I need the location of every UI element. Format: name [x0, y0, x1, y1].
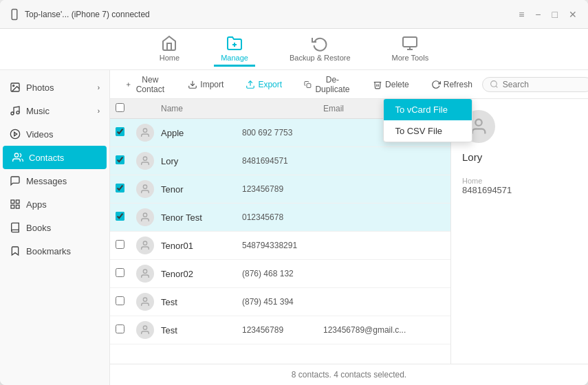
- import-button[interactable]: Import: [181, 76, 230, 93]
- sidebar-item-photos[interactable]: Photos ›: [0, 76, 109, 99]
- svg-point-33: [475, 120, 481, 126]
- row-phone: 012345678: [242, 212, 323, 222]
- sidebar-item-contacts[interactable]: Contacts: [3, 146, 107, 169]
- svg-point-9: [11, 112, 14, 115]
- row-checkbox[interactable]: [116, 155, 124, 164]
- title-bar-left: Top-lanse'... (iPhone 7) connected: [8, 8, 150, 21]
- backup-icon: [312, 35, 328, 52]
- svg-point-23: [490, 81, 497, 87]
- delete-button[interactable]: Delete: [366, 76, 416, 93]
- row-check: [116, 324, 136, 336]
- row-name: Test: [158, 325, 242, 336]
- nav-home[interactable]: Home: [153, 32, 186, 67]
- row-checkbox[interactable]: [116, 268, 124, 277]
- svg-rect-15: [16, 200, 19, 204]
- svg-point-27: [143, 185, 146, 188]
- svg-rect-14: [11, 200, 14, 204]
- svg-rect-17: [16, 205, 19, 208]
- search-input[interactable]: [503, 80, 585, 89]
- photos-arrow: ›: [98, 84, 100, 91]
- row-checkbox[interactable]: [116, 184, 124, 192]
- title-bar-controls: ≡ − □ ✕: [516, 8, 580, 21]
- videos-icon: [10, 129, 21, 140]
- refresh-label: Refresh: [444, 80, 472, 89]
- photos-label: Photos: [26, 82, 54, 93]
- row-name: Tenor02: [158, 269, 242, 279]
- header-check: [116, 103, 136, 114]
- row-email: 123456789@gmail.c...: [323, 325, 445, 335]
- svg-point-13: [14, 153, 18, 157]
- sidebar-item-bookmarks[interactable]: Bookmarks: [0, 239, 109, 263]
- new-contact-button[interactable]: New Contact: [118, 72, 173, 98]
- home-icon: [161, 35, 177, 52]
- table-row[interactable]: Tenor 123456789: [110, 175, 450, 204]
- title-bar: Top-lanse'... (iPhone 7) connected ≡ − □…: [0, 0, 588, 29]
- row-check: [116, 155, 136, 166]
- import-label: Import: [200, 80, 224, 89]
- sidebar-item-music[interactable]: Music ›: [0, 99, 109, 122]
- videos-label: Videos: [26, 129, 54, 140]
- row-checkbox[interactable]: [116, 212, 124, 221]
- nav-tools[interactable]: More Tools: [385, 32, 436, 67]
- tools-icon: [402, 35, 418, 52]
- row-name: Tenor01: [158, 241, 242, 251]
- search-box: [482, 77, 588, 92]
- main-content: Photos › Music › Videos Contacts Message…: [0, 70, 588, 385]
- row-phone: (876) 468 132: [242, 269, 323, 278]
- table-row[interactable]: Test 123456789 123456789@gmail.c...: [110, 316, 450, 344]
- nav-backup[interactable]: Backup & Restore: [283, 32, 358, 67]
- bookmarks-icon: [10, 245, 21, 256]
- maximize-button[interactable]: □: [549, 8, 560, 21]
- svg-point-26: [143, 157, 146, 160]
- svg-point-8: [13, 85, 14, 87]
- menu-button[interactable]: ≡: [516, 8, 527, 21]
- row-name: Test: [158, 297, 242, 307]
- sidebar-item-messages[interactable]: Messages: [0, 169, 109, 192]
- nav-bar: Home Manage Backup & Restore More Tool: [0, 29, 588, 70]
- row-checkbox[interactable]: [116, 127, 124, 136]
- sidebar-item-apps[interactable]: Apps: [0, 192, 109, 216]
- row-checkbox[interactable]: [116, 240, 124, 249]
- select-all-checkbox[interactable]: [116, 103, 124, 112]
- detail-name: Lory: [462, 151, 577, 163]
- sidebar-item-books[interactable]: Books: [0, 216, 109, 239]
- table-row[interactable]: Tenor Test 012345678: [110, 204, 450, 232]
- row-phone: 548794338291: [242, 241, 323, 250]
- deduplicate-button[interactable]: De-Duplicate: [297, 72, 358, 98]
- minimize-button[interactable]: −: [532, 8, 543, 21]
- sidebar: Photos › Music › Videos Contacts Message…: [0, 70, 110, 385]
- row-avatar: [136, 293, 158, 311]
- row-check: [116, 127, 136, 138]
- contact-list-area: Name Email Apple 800 692 7753: [110, 99, 588, 364]
- close-button[interactable]: ✕: [566, 8, 580, 21]
- nav-manage[interactable]: Manage: [214, 32, 255, 67]
- export-csv[interactable]: To CSV File: [384, 120, 472, 142]
- delete-icon: [373, 80, 382, 89]
- detail-phone-label: Home: [462, 177, 577, 185]
- toolbar: New Contact Import Export To vCard File: [110, 70, 588, 99]
- table-row[interactable]: Lory 8481694571: [110, 147, 450, 175]
- row-checkbox[interactable]: [116, 324, 124, 333]
- sidebar-item-videos[interactable]: Videos: [0, 122, 109, 146]
- row-checkbox[interactable]: [116, 296, 124, 305]
- row-avatar: [136, 236, 158, 254]
- manage-icon: [226, 35, 243, 52]
- row-check: [116, 240, 136, 251]
- table-row[interactable]: Tenor02 (876) 468 132: [110, 260, 450, 288]
- books-icon: [10, 222, 21, 233]
- refresh-button[interactable]: Refresh: [424, 76, 479, 93]
- export-vcard[interactable]: To vCard File: [384, 99, 472, 120]
- svg-rect-4: [403, 37, 417, 47]
- table-row[interactable]: Tenor01 548794338291: [110, 232, 450, 260]
- table-row[interactable]: Test (879) 451 394: [110, 288, 450, 316]
- row-phone: 800 692 7753: [242, 128, 323, 138]
- row-check: [116, 296, 136, 307]
- export-button[interactable]: Export: [239, 76, 289, 93]
- export-dropdown: To vCard File To CSV File: [383, 98, 472, 142]
- row-phone: 123456789: [242, 325, 323, 335]
- svg-rect-22: [307, 83, 311, 87]
- apps-icon: [10, 199, 21, 210]
- nav-home-label: Home: [160, 54, 179, 62]
- svg-rect-16: [11, 205, 14, 208]
- row-avatar: [136, 180, 158, 198]
